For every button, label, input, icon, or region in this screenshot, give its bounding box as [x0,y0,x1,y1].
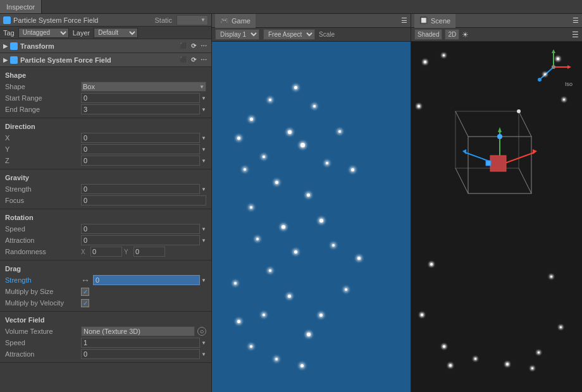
particle [351,168,354,171]
scene-tab[interactable]: 🔲 Scene [414,14,455,28]
psff-icon-1[interactable]: ⬛ [179,56,188,64]
vf-texture-text: None (Texture 3D) [84,328,140,335]
vf-attraction-input[interactable] [81,349,200,359]
grav-strength-input[interactable] [81,184,200,194]
start-range-value: ▼ [81,93,206,103]
particle [250,345,252,348]
dir-z-row: Z ▼ [0,155,211,166]
layer-select[interactable]: Default [94,28,138,38]
tag-label: Tag [3,29,15,37]
particle [332,244,335,247]
particle [250,206,252,209]
transform-icon-1[interactable]: ⬛ [179,42,188,51]
component-header-row: Particle System Force Field Static ▼ [0,14,211,27]
shape-row: Shape Box ▼ [0,81,211,92]
drag-velocity-label: Multiply by Velocity [5,299,81,307]
scene-particle [544,73,546,75]
shape-select[interactable]: Box ▼ [81,82,206,92]
particle [234,282,237,285]
direction-section: Direction X ▼ Y ▼ Z ▼ [0,118,211,169]
scene-toolbar: Shaded 2D ☀ ☰ [411,28,582,42]
svg-point-5 [538,78,542,82]
inspector-tab[interactable]: Inspector [0,0,42,13]
shape-select-value: Box [83,83,95,90]
static-select[interactable]: ▼ [176,15,208,25]
vf-speed-input[interactable] [81,338,200,348]
rot-randomness-value: X Y [81,247,206,257]
vf-attraction-row: Attraction ▼ [0,348,211,360]
psff-header: ▶ Particle System Force Field ⬛ ⟳ ⋯ [0,53,211,67]
game-header: 🎮 Game ☰ [212,14,411,28]
svg-point-22 [517,109,521,113]
particle [294,250,297,254]
transform-icons: ⬛ ⟳ ⋯ [179,42,208,51]
grav-focus-input[interactable] [81,195,206,205]
svg-rect-20 [486,161,491,166]
rot-speed-arrow: ▼ [201,226,206,232]
grav-focus-label: Focus [5,197,81,204]
inspector-tab-label: Inspector [6,3,35,11]
display-select[interactable]: Display 1 [215,29,259,40]
scene-maximize-icon[interactable]: ☰ [573,16,579,25]
scene-particle [430,263,433,266]
transform-icon-3[interactable]: ⋯ [199,42,208,51]
drag-strength-row: Strength ↔ ▼ [0,274,211,286]
psff-checkbox[interactable] [10,56,18,64]
tag-select[interactable]: Untagged [18,28,69,38]
rot-attraction-input[interactable] [81,235,200,245]
vf-texture-circle[interactable]: ○ [197,327,206,336]
dir-x-input[interactable] [81,133,200,143]
psff-icon-2[interactable]: ⟳ [189,56,198,64]
aspect-select[interactable]: Free Aspect [263,29,315,40]
transform-arrow[interactable]: ▶ [3,43,8,49]
sun-icon[interactable]: ☀ [462,30,469,39]
svg-line-11 [455,168,468,193]
end-range-value: ▼ [81,104,206,114]
rot-speed-input[interactable] [81,224,200,234]
shape-label: Shape [5,83,81,90]
grav-strength-label: Strength [5,185,81,193]
rot-speed-value: ▼ [81,224,206,234]
transform-checkbox[interactable] [10,42,18,50]
scene-particle [424,61,426,63]
transform-header: ▶ Transform ⬛ ⟳ ⋯ [0,39,211,53]
drag-size-value [81,288,206,296]
game-maximize-icon[interactable]: ☰ [401,16,407,25]
particle [307,333,311,336]
dir-z-input[interactable] [81,156,200,166]
iso-label: Iso [565,81,573,87]
vf-speed-arrow: ▼ [201,340,206,346]
vf-speed-row: Speed ▼ [0,337,211,348]
dir-y-input[interactable] [81,144,200,154]
gizmo-axis: Iso [535,48,573,86]
particle [275,358,278,360]
2d-button[interactable]: 2D [445,29,459,40]
drag-strength-input[interactable] [93,275,200,285]
grav-strength-arrow: ▼ [201,187,206,192]
drag-size-checkbox[interactable] [81,288,89,296]
game-tab[interactable]: 🎮 Game [215,14,256,28]
gravity-title: Gravity [0,172,211,183]
shape-value: Box ▼ [81,82,206,92]
rand-y-input[interactable] [133,247,165,257]
dir-z-value: ▼ [81,156,206,166]
transform-icon-2[interactable]: ⟳ [189,42,198,51]
dir-y-arrow: ▼ [201,147,206,152]
gizmos-icon[interactable]: ☰ [572,30,579,39]
direction-title: Direction [0,121,211,132]
rot-attraction-row: Attraction ▼ [0,235,211,246]
psff-icon-3[interactable]: ⋯ [199,56,208,64]
vf-attraction-label: Attraction [5,350,81,358]
vf-speed-value: ▼ [81,338,206,348]
layer-label: Layer [73,29,90,37]
shaded-button[interactable]: Shaded [414,29,442,40]
checkbox-icon[interactable] [3,16,11,24]
rand-x-input[interactable] [90,247,122,257]
drag-section: Drag Strength ↔ ▼ Multiply by Size Multi… [0,260,211,312]
start-range-row: Start Range ▼ [0,92,211,104]
particle [263,156,265,158]
drag-velocity-checkbox[interactable] [81,299,89,307]
psff-arrow[interactable]: ▶ [3,57,8,63]
end-range-input[interactable] [81,104,200,114]
start-range-input[interactable] [81,93,200,103]
